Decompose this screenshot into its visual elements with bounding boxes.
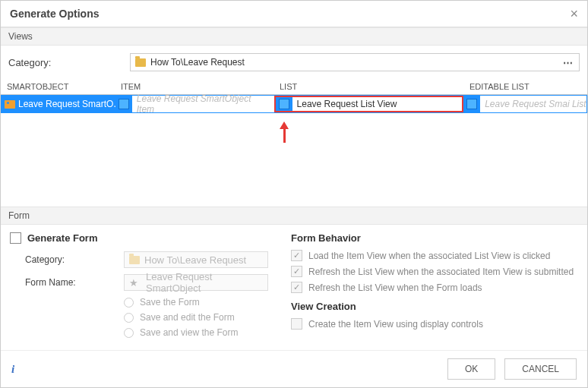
titlebar: Generate Options × bbox=[1, 1, 587, 27]
radio-icon bbox=[124, 313, 134, 323]
list-name-input[interactable]: Leave Request List View bbox=[292, 97, 463, 111]
view-creation-row-1: Create the Item View using display contr… bbox=[291, 318, 578, 330]
radio-save-label: Save the Form bbox=[140, 297, 200, 308]
grid-row: Leave Request SmartO... Leave Request Sm… bbox=[1, 95, 587, 113]
form-category-row: Category: How To\Leave Request bbox=[10, 251, 268, 268]
editable-list-checkbox-cell[interactable] bbox=[463, 96, 480, 112]
ok-button[interactable]: OK bbox=[447, 358, 495, 380]
col-header-editable-list: Editable List bbox=[463, 79, 586, 94]
radio-save-edit-label: Save and edit the Form bbox=[140, 312, 235, 323]
behavior-row-1: Load the Item View when the associated L… bbox=[291, 250, 578, 261]
cancel-button[interactable]: CANCEL bbox=[504, 358, 577, 380]
category-value: How To\Leave Request bbox=[150, 57, 557, 68]
form-name-row: Form Name: ★ Leave Request SmartObject bbox=[10, 274, 268, 291]
browse-button[interactable]: ⋯ bbox=[561, 57, 574, 68]
folder-icon bbox=[129, 256, 140, 264]
smartobject-icon bbox=[5, 100, 15, 109]
behavior-label-1: Load the Item View when the associated L… bbox=[308, 251, 550, 261]
close-icon[interactable]: × bbox=[570, 7, 578, 21]
form-category-value: How To\Leave Request bbox=[144, 254, 246, 266]
col-header-item: Item bbox=[115, 79, 273, 94]
radio-save: Save the Form bbox=[10, 297, 268, 308]
generate-options-dialog: Generate Options × Views Category: How T… bbox=[0, 0, 588, 388]
footer-buttons: OK CANCEL bbox=[447, 358, 577, 380]
smartobject-name: Leave Request SmartO... bbox=[18, 99, 115, 109]
folder-icon bbox=[135, 58, 146, 67]
smartobject-cell[interactable]: Leave Request SmartO... bbox=[2, 96, 115, 112]
radio-icon bbox=[124, 298, 134, 308]
form-name-input: ★ Leave Request SmartObject bbox=[124, 274, 268, 291]
view-creation-label-1: Create the Item View using display contr… bbox=[308, 319, 483, 330]
arrow-head-icon bbox=[280, 121, 289, 129]
generate-form-row: Generate Form bbox=[10, 232, 268, 244]
behavior-row-3: Refresh the List View when the Form load… bbox=[291, 282, 578, 293]
view-creation-checkbox-1 bbox=[291, 318, 302, 330]
form-name-value: Leave Request SmartObject bbox=[146, 271, 263, 294]
spacer bbox=[1, 113, 587, 207]
behavior-label-2: Refresh the List View when the associate… bbox=[308, 267, 574, 277]
radio-save-view-label: Save and view the Form bbox=[140, 327, 238, 338]
info-icon[interactable]: i bbox=[11, 363, 24, 375]
generate-form-checkbox[interactable] bbox=[10, 232, 21, 244]
list-group-highlighted: Leave Request List View bbox=[274, 96, 464, 112]
col-header-smartobject: SmartObject bbox=[1, 79, 115, 94]
dialog-title: Generate Options bbox=[10, 8, 99, 20]
form-category-label: Category: bbox=[25, 254, 124, 265]
form-left-column: Generate Form Category: How To\Leave Req… bbox=[10, 232, 268, 342]
behavior-label-3: Refresh the List View when the Form load… bbox=[308, 282, 482, 293]
checkbox-icon bbox=[119, 99, 129, 109]
view-creation-header: View Creation bbox=[291, 301, 578, 312]
views-section-header: Views bbox=[1, 27, 587, 46]
form-behavior-header: Form Behavior bbox=[291, 232, 578, 244]
radio-icon bbox=[124, 328, 134, 338]
form-right-column: Form Behavior Load the Item View when th… bbox=[291, 232, 578, 342]
behavior-checkbox-2 bbox=[291, 266, 302, 277]
form-section: Generate Form Category: How To\Leave Req… bbox=[1, 225, 587, 350]
list-checkbox-cell[interactable] bbox=[276, 97, 292, 111]
category-input[interactable]: How To\Leave Request ⋯ bbox=[130, 53, 580, 71]
generate-form-label: Generate Form bbox=[27, 232, 97, 244]
category-row: Category: How To\Leave Request ⋯ bbox=[1, 46, 587, 79]
grid-header: SmartObject Item List Editable List bbox=[1, 79, 587, 95]
arrow-shaft bbox=[283, 129, 286, 143]
col-header-list: List bbox=[273, 79, 463, 94]
annotation-arrow bbox=[280, 121, 289, 143]
editable-list-name-input[interactable]: Leave Request Smai List bbox=[480, 96, 586, 112]
form-section-header: Form bbox=[1, 207, 587, 225]
radio-save-view: Save and view the Form bbox=[10, 327, 268, 338]
checkbox-icon bbox=[279, 99, 289, 109]
footer: i OK CANCEL bbox=[1, 350, 587, 387]
category-label: Category: bbox=[8, 57, 122, 68]
behavior-checkbox-1 bbox=[291, 250, 302, 261]
form-name-label: Form Name: bbox=[25, 277, 124, 288]
required-star-icon: ★ bbox=[129, 277, 138, 289]
form-category-input: How To\Leave Request bbox=[124, 251, 268, 268]
behavior-checkbox-3 bbox=[291, 282, 302, 293]
behavior-row-2: Refresh the List View when the associate… bbox=[291, 266, 578, 277]
checkbox-icon bbox=[466, 99, 477, 109]
radio-save-edit: Save and edit the Form bbox=[10, 312, 268, 323]
item-checkbox-cell[interactable] bbox=[115, 96, 132, 112]
item-name-input[interactable]: Leave Request SmartObject Item bbox=[132, 96, 274, 112]
